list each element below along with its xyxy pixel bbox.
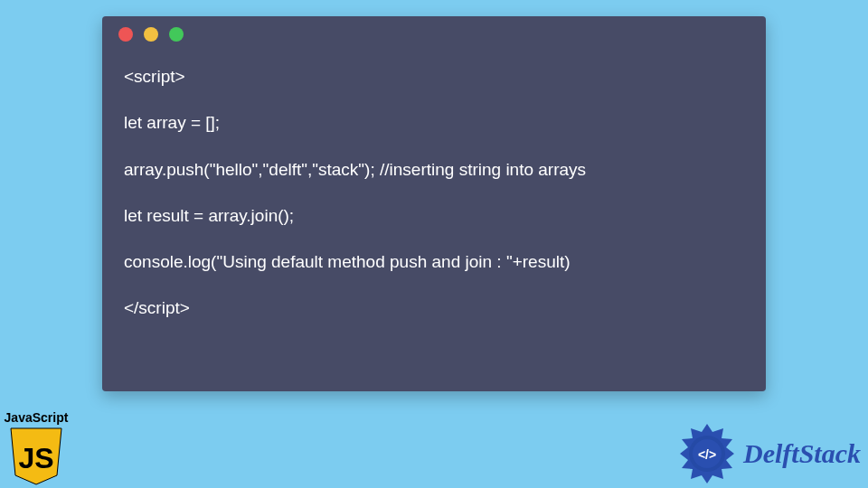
close-icon[interactable] xyxy=(118,27,133,42)
delftstack-logo: </> DelftStack xyxy=(676,423,861,484)
window-titlebar xyxy=(102,16,766,52)
javascript-shield-icon: JS xyxy=(9,427,63,486)
delftstack-gear-icon: </> xyxy=(676,423,738,484)
javascript-badge: JavaScript JS xyxy=(2,410,71,486)
maximize-icon[interactable] xyxy=(169,27,184,42)
delft-gear-glyph: </> xyxy=(698,447,716,462)
code-window: <script> let array = []; array.push("hel… xyxy=(102,16,766,391)
code-content: <script> let array = []; array.push("hel… xyxy=(102,52,766,338)
minimize-icon[interactable] xyxy=(144,27,158,42)
delftstack-brand-text: DelftStack xyxy=(743,438,861,469)
javascript-label: JavaScript xyxy=(2,410,71,425)
js-shield-text: JS xyxy=(18,442,53,474)
